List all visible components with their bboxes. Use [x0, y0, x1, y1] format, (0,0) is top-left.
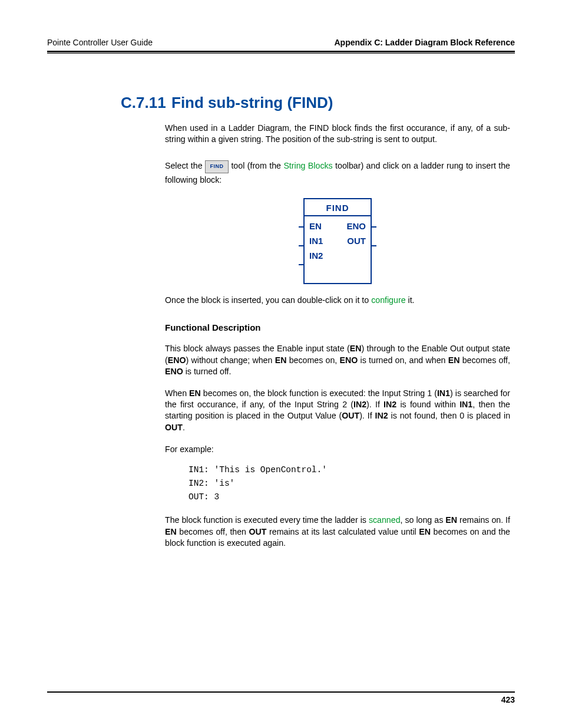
cl-out: OUT: [249, 527, 267, 536]
fp1-en3: EN: [448, 355, 460, 365]
fp2-in1: IN1: [437, 388, 450, 398]
footer-rule: [47, 691, 515, 693]
find-block-diagram: FIND EN ENO IN1 OUT IN2: [303, 198, 372, 284]
fp1-en2: EN: [275, 355, 287, 365]
page-number: 423: [47, 695, 515, 704]
configure-link[interactable]: configure: [371, 295, 405, 305]
functional-description-heading: Functional Description: [165, 322, 510, 332]
cle: remains at its last calculated value unt…: [267, 527, 419, 536]
cla: The block function is executed every tim…: [165, 515, 369, 525]
fp2-in1b: IN1: [459, 400, 472, 409]
example-label: For example:: [165, 444, 510, 455]
after-diag-post: it.: [406, 295, 415, 305]
tool-mid-text: tool (from the: [229, 161, 283, 170]
section-number: C.7.11: [121, 94, 167, 112]
diagram-in2: IN2: [309, 251, 323, 261]
diagram-eno: ENO: [346, 221, 366, 231]
header-left-text: Pointe Controller User Guide: [47, 38, 153, 47]
stub-eno-icon: [372, 226, 376, 228]
fp1d: becomes on,: [286, 355, 339, 365]
cl-en3: EN: [419, 527, 431, 536]
page-header: Pointe Controller User Guide Appendix C:…: [47, 38, 515, 47]
fp2-in2: IN2: [353, 400, 366, 409]
fp2b: becomes on, the block function is execut…: [201, 388, 437, 398]
header-right-text: Appendix C: Ladder Diagram Block Referen…: [334, 38, 515, 47]
fp1f: becomes off,: [459, 355, 510, 365]
cl-en2: EN: [165, 527, 177, 536]
find-tool-button-icon: FIND: [205, 160, 229, 173]
fp1c: ) without change; when: [186, 355, 275, 365]
fp2-in2c: IN2: [375, 411, 388, 420]
example-code: IN1: 'This is OpenControl.' IN2: 'is' OU…: [189, 463, 510, 505]
fp1-eno2: ENO: [340, 355, 358, 365]
fp1-eno3: ENO: [165, 367, 183, 376]
section-title: Find sub-string (FIND): [171, 94, 333, 112]
header-rule: [47, 51, 515, 52]
body-content: When used in a Ladder Diagram, the FIND …: [165, 123, 510, 549]
diagram-row-2: IN1 OUT: [305, 231, 371, 246]
fp2a: When: [165, 388, 189, 398]
fp1-en: EN: [350, 344, 362, 353]
string-blocks-link[interactable]: String Blocks: [283, 161, 332, 170]
stub-in2-icon: [299, 264, 303, 265]
diagram-in1: IN1: [309, 236, 323, 246]
fp2-en: EN: [189, 388, 201, 398]
fp1a: This block always passes the Enable inpu…: [165, 344, 350, 353]
tool-paragraph: Select the FIND tool (from the String Bl…: [165, 159, 510, 186]
fp2g: ). If: [359, 411, 375, 420]
fp2d: ). If: [366, 400, 384, 409]
fp1-eno: ENO: [168, 355, 186, 365]
find-tool-button-label: FIND: [210, 162, 224, 170]
func-para-1: This block always passes the Enable inpu…: [165, 343, 510, 377]
clb: , so long as: [401, 515, 446, 525]
stub-en-icon: [299, 226, 303, 228]
diagram-out: OUT: [347, 236, 366, 246]
diagram-row-3: IN2: [305, 246, 371, 266]
page-footer: 423: [47, 691, 515, 704]
closing-paragraph: The block function is executed every tim…: [165, 515, 510, 549]
scanned-link[interactable]: scanned: [369, 515, 401, 525]
fp2-in2b: IN2: [384, 400, 396, 409]
diagram-title: FIND: [305, 203, 371, 213]
intro-paragraph: When used in a Ladder Diagram, the FIND …: [165, 123, 510, 145]
after-diag-pre: Once the block is inserted, you can doub…: [165, 295, 371, 305]
diagram-en: EN: [309, 221, 322, 231]
cl-en: EN: [445, 515, 457, 525]
tool-pre-text: Select the: [165, 161, 205, 170]
fp1g: is turned off.: [183, 367, 232, 376]
fp2-outb: OUT: [165, 423, 183, 432]
fp2i: .: [183, 423, 185, 432]
page-container: Pointe Controller User Guide Appendix C:…: [0, 0, 562, 728]
diagram-row-1: EN ENO: [305, 216, 371, 231]
fp2e: is found within: [396, 400, 459, 409]
stub-in1-icon: [299, 245, 303, 246]
after-diagram-paragraph: Once the block is inserted, you can doub…: [165, 295, 510, 306]
fp2-out: OUT: [342, 411, 359, 420]
diagram-container: FIND EN ENO IN1 OUT IN2: [165, 198, 510, 284]
section-heading: C.7.11 Find sub-string (FIND): [121, 94, 515, 112]
cld: becomes off, then: [177, 527, 249, 536]
stub-out-icon: [372, 245, 376, 246]
func-para-2: When EN becomes on, the block function i…: [165, 388, 510, 433]
clc: remains on. If: [457, 515, 510, 525]
fp1e: is turned on, and when: [358, 355, 448, 365]
fp2h: is not found, then 0 is placed in: [388, 411, 510, 420]
